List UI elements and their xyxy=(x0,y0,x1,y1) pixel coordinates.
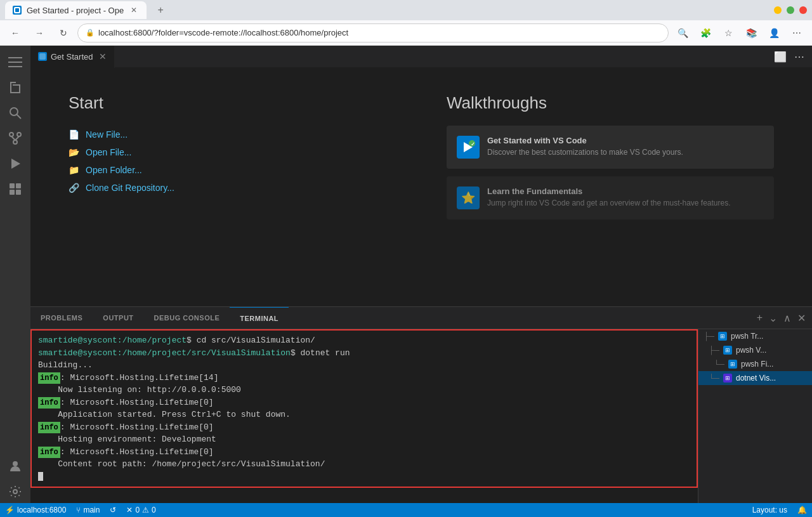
activity-item-extensions[interactable] xyxy=(4,178,27,200)
tab-close-button[interactable]: ✕ xyxy=(129,5,139,15)
terminal-cursor xyxy=(38,472,43,481)
terminal-list-item-4[interactable]: └─ ⊞ dotnet Vis... xyxy=(698,371,812,385)
close-button[interactable] xyxy=(799,6,807,14)
status-sync[interactable]: ↺ xyxy=(105,503,121,517)
open-file-item[interactable]: 📂 Open File... xyxy=(69,143,396,161)
extensions-button[interactable]: 🧩 xyxy=(695,23,716,43)
get-started-content: Start 📄 New File... 📂 Open File... 📁 Ope… xyxy=(30,68,812,306)
panel-tab-debug-console[interactable]: DEBUG CONSOLE xyxy=(144,307,230,329)
new-file-icon: 📄 xyxy=(69,129,79,140)
terminal-icon-1: ⊞ xyxy=(718,332,727,341)
status-bell[interactable]: 🔔 xyxy=(792,503,812,517)
status-errors[interactable]: ✕ 0 ⚠ 0 xyxy=(121,503,160,517)
svg-rect-2 xyxy=(8,57,22,58)
terminal-line-9: Hosting environment: Development xyxy=(38,433,690,446)
terminal-item-label-3: pwsh Fi... xyxy=(741,360,773,369)
walkthrough-icon-1: ✓ xyxy=(457,136,480,159)
terminal-overlay: smartide@syscont:/home/project$ cd src/V… xyxy=(30,329,698,503)
warning-count: 0 xyxy=(152,506,156,514)
walkthrough-desc-2: Jump right into VS Code and get an overv… xyxy=(487,199,731,207)
terminal-list-item-1[interactable]: ├─ ⊞ pwsh Tr... xyxy=(698,329,812,343)
status-host-label: localhost:6800 xyxy=(17,506,66,514)
new-file-item[interactable]: 📄 New File... xyxy=(69,126,396,143)
tab-close-icon[interactable]: ✕ xyxy=(99,51,107,62)
terminal-list-item-3[interactable]: └─ ⊞ pwsh Fi... xyxy=(698,357,812,371)
bookmark-button[interactable]: ☆ xyxy=(718,23,738,43)
refresh-button[interactable]: ↻ xyxy=(53,23,74,43)
clone-git-icon: 🔗 xyxy=(69,183,79,193)
close-panel-button[interactable]: ✕ xyxy=(796,311,807,325)
forward-button[interactable]: → xyxy=(29,23,49,43)
tree-branch-4: └─ xyxy=(709,374,719,383)
activity-item-run[interactable] xyxy=(4,152,27,175)
activity-item-menu[interactable] xyxy=(4,51,27,74)
split-editor-button[interactable]: ⬜ xyxy=(771,48,789,65)
terminal-content[interactable]: smartide@syscont:/home/project$ cd src/V… xyxy=(30,329,698,488)
zoom-button[interactable]: 🔍 xyxy=(672,23,693,43)
info-badge-4: info xyxy=(38,447,60,458)
add-terminal-button[interactable]: + xyxy=(756,311,764,325)
maximize-panel-button[interactable]: ∧ xyxy=(782,311,792,325)
more-button[interactable]: ⋯ xyxy=(787,23,807,43)
walkthroughs-title: Walkthroughs xyxy=(447,93,774,113)
branch-icon: ⑂ xyxy=(76,506,81,514)
prompt-user-2: smartide@syscont xyxy=(38,348,117,358)
info-text-4: : Microsoft.Hosting.Lifetime[0] xyxy=(60,447,214,457)
activity-item-account[interactable] xyxy=(4,455,27,478)
profile-button[interactable]: 👤 xyxy=(764,23,784,43)
walkthrough-card-1[interactable]: ✓ Get Started with VS Code Discover the … xyxy=(447,126,774,169)
clone-git-item[interactable]: 🔗 Clone Git Repository... xyxy=(69,179,396,197)
terminal-list-panel: ├─ ⊞ pwsh Tr... ├─ ⊞ pwsh V... └─ ⊞ pwsh… xyxy=(698,329,812,503)
terminal-line-8: info: Microsoft.Hosting.Lifetime[0] xyxy=(38,421,690,434)
terminal-line-10: info: Microsoft.Hosting.Lifetime[0] xyxy=(38,446,690,459)
svg-rect-18 xyxy=(10,183,15,188)
tab-favicon xyxy=(13,6,22,15)
browser-nav-right: 🔍 🧩 ☆ 📚 👤 ⋯ xyxy=(672,23,807,43)
svg-rect-9 xyxy=(13,84,20,86)
terminal-list-item-2[interactable]: ├─ ⊞ pwsh V... xyxy=(698,343,812,357)
start-section: Start 📄 New File... 📂 Open File... 📁 Ope… xyxy=(69,93,396,281)
panel-tab-output[interactable]: OUTPUT xyxy=(93,307,143,329)
activity-item-explorer[interactable] xyxy=(4,76,27,99)
prompt-user-1: smartide@syscont xyxy=(38,336,117,345)
terminal-line-2: smartide@syscont:/home/project/src/Visua… xyxy=(38,347,690,360)
open-folder-icon: 📁 xyxy=(69,165,79,175)
maximize-button[interactable] xyxy=(787,6,794,14)
walkthrough-content-2: Learn the Fundamentals Jump right into V… xyxy=(487,187,731,207)
activity-item-source-control[interactable] xyxy=(4,127,27,150)
svg-line-11 xyxy=(17,115,22,119)
layout-label: Layout: us xyxy=(752,506,787,514)
activity-item-search[interactable] xyxy=(4,101,27,124)
more-actions-button[interactable]: ⋯ xyxy=(792,48,807,65)
status-host[interactable]: ⚡ localhost:6800 xyxy=(0,503,71,517)
status-layout[interactable]: Layout: us xyxy=(747,503,792,517)
bell-icon: 🔔 xyxy=(797,506,807,514)
activity-item-settings[interactable] xyxy=(4,480,27,503)
editor-tab-get-started[interactable]: Get Started ✕ xyxy=(30,46,115,68)
svg-rect-24 xyxy=(39,53,46,60)
open-folder-item[interactable]: 📁 Open Folder... xyxy=(69,161,396,179)
panel-area: PROBLEMS OUTPUT DEBUG CONSOLE TERMINAL +… xyxy=(30,306,812,503)
terminal-item-label-2: pwsh V... xyxy=(736,346,766,355)
terminal-line-1: smartide@syscont:/home/project$ cd src/V… xyxy=(38,334,690,347)
info-badge-3: info xyxy=(38,422,60,433)
terminal-icon-3: ⊞ xyxy=(728,360,737,369)
minimize-button[interactable] xyxy=(774,6,782,14)
lock-icon: 🔒 xyxy=(86,29,95,37)
browser-tab-active[interactable]: Get Started - project - Ope ✕ xyxy=(5,1,147,19)
status-branch-label: main xyxy=(83,506,100,514)
collections-button[interactable]: 📚 xyxy=(741,23,761,43)
tab-icon xyxy=(38,52,47,61)
tree-branch-2: ├─ xyxy=(709,346,719,355)
new-tab-button[interactable]: + xyxy=(152,1,169,19)
error-count: 0 xyxy=(135,506,140,514)
walkthrough-card-2[interactable]: ⭐ Learn the Fundamentals Jump right into… xyxy=(447,176,774,219)
split-terminal-button[interactable]: ⌄ xyxy=(768,311,778,325)
panel-tab-terminal[interactable]: TERMINAL xyxy=(230,307,289,329)
address-bar[interactable]: 🔒 localhost:6800/?folder=vscode-remote:/… xyxy=(77,23,669,43)
browser-chrome: Get Started - project - Ope ✕ + ← → ↻ 🔒 … xyxy=(0,0,812,46)
status-branch[interactable]: ⑂ main xyxy=(71,503,105,517)
back-button[interactable]: ← xyxy=(5,23,25,43)
panel-tab-problems[interactable]: PROBLEMS xyxy=(30,307,93,329)
new-file-label: New File... xyxy=(86,129,128,140)
